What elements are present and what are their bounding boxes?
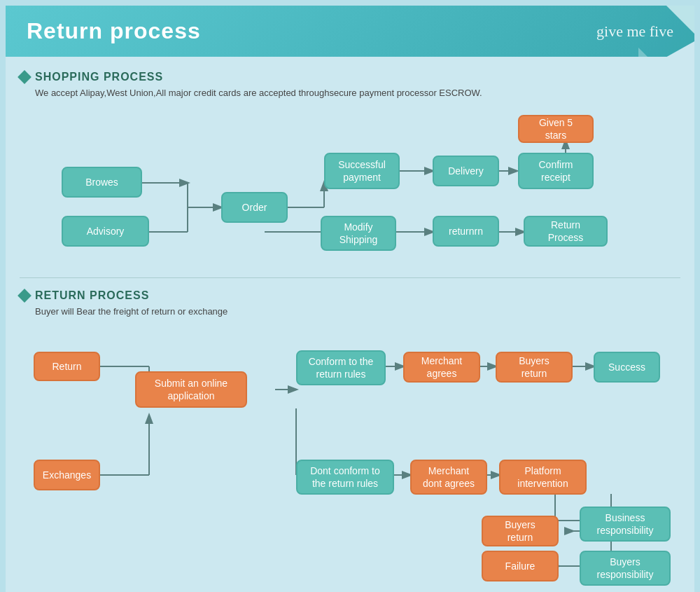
shopping-description: We accept Alipay,West Union,All major cr… bbox=[35, 88, 680, 98]
return-title: RETURN PROCESS bbox=[35, 289, 149, 302]
diamond-icon-return bbox=[18, 289, 31, 303]
dont-conform-box: Dont conform to the return rules bbox=[296, 460, 394, 495]
buyers-return-top-box: Buyers return bbox=[496, 352, 573, 383]
browes-box: Browes bbox=[62, 167, 142, 198]
content-area: SHOPPING PROCESS We accept Alipay,West U… bbox=[6, 71, 694, 592]
failure-box: Failure bbox=[482, 551, 559, 581]
diamond-icon-shopping bbox=[18, 70, 31, 84]
buyers-return-bottom-box: Buyers return bbox=[482, 516, 559, 546]
svg-marker-1 bbox=[638, 48, 652, 62]
page-title: Return process bbox=[27, 18, 673, 44]
successful-payment-box: Successful payment bbox=[324, 153, 400, 189]
section-separator bbox=[20, 277, 680, 278]
confirm-receipt-box: Confirm receipt bbox=[518, 153, 594, 189]
delivery-box: Delivery bbox=[433, 156, 499, 186]
shopping-title: SHOPPING PROCESS bbox=[35, 71, 163, 83]
conform-rules-box: Conform to the return rules bbox=[296, 350, 386, 385]
return-box: Return bbox=[34, 352, 100, 381]
platform-intervention-box: Platform intervention bbox=[499, 460, 587, 495]
order-box: Order bbox=[221, 192, 288, 223]
modify-shipping-box: Modify Shipping bbox=[321, 216, 396, 251]
svg-marker-0 bbox=[666, 6, 694, 34]
shopping-flow-diagram: Browes Order Advisory Successful payment… bbox=[20, 109, 680, 270]
merchant-dont-box: Merchant dont agrees bbox=[410, 460, 487, 495]
shopping-section-header: SHOPPING PROCESS bbox=[20, 71, 680, 83]
return-description: Buyer will Bear the freight of return or… bbox=[35, 306, 680, 317]
success-box: Success bbox=[594, 352, 660, 383]
given-5-stars-box: Given 5 stars bbox=[518, 115, 594, 143]
return-flow-diagram: Return Submit an online application Exch… bbox=[20, 328, 680, 580]
exchanges-box: Exchanges bbox=[34, 460, 100, 490]
header-banner: Return process give me five bbox=[6, 6, 694, 57]
return-process-box: Return Process bbox=[524, 216, 608, 247]
merchant-agrees-box: Merchant agrees bbox=[403, 352, 480, 383]
return-section-header: RETURN PROCESS bbox=[20, 289, 680, 302]
business-responsibility-box: Business responsibility bbox=[580, 507, 671, 542]
buyers-responsibility-box: Buyers responsibility bbox=[580, 551, 671, 586]
returnrn-box: returnrn bbox=[433, 216, 499, 247]
submit-application-box: Submit an online application bbox=[135, 371, 247, 408]
advisory-box: Advisory bbox=[62, 216, 149, 247]
main-container: Return process give me five SHOPPING PRO… bbox=[6, 6, 694, 592]
